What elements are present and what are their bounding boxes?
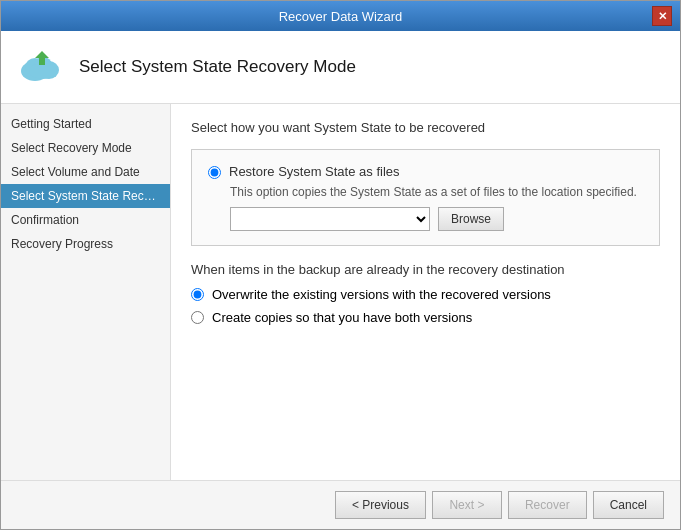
- overwrite-radio[interactable]: [191, 288, 204, 301]
- close-button[interactable]: ✕: [652, 6, 672, 26]
- restore-options-box: Restore System State as files This optio…: [191, 149, 660, 246]
- wizard-window: Recover Data Wizard ✕ Select System Stat…: [0, 0, 681, 530]
- sidebar-item-recovery-progress[interactable]: Recovery Progress: [1, 232, 170, 256]
- sidebar: Getting Started Select Recovery Mode Sel…: [1, 104, 171, 480]
- section-description: Select how you want System State to be r…: [191, 120, 660, 135]
- svg-point-4: [29, 63, 57, 79]
- restore-as-files-radio[interactable]: [208, 166, 221, 179]
- sidebar-item-select-system-state[interactable]: Select System State Reco...: [1, 184, 170, 208]
- conflict-section: When items in the backup are already in …: [191, 262, 660, 325]
- copies-label[interactable]: Create copies so that you have both vers…: [212, 310, 472, 325]
- overwrite-label[interactable]: Overwrite the existing versions with the…: [212, 287, 551, 302]
- sidebar-item-select-recovery-mode[interactable]: Select Recovery Mode: [1, 136, 170, 160]
- browse-row: Browse: [230, 207, 643, 231]
- recover-button[interactable]: Recover: [508, 491, 587, 519]
- location-dropdown[interactable]: [230, 207, 430, 231]
- sidebar-item-confirmation[interactable]: Confirmation: [1, 208, 170, 232]
- titlebar: Recover Data Wizard ✕: [1, 1, 680, 31]
- previous-button[interactable]: < Previous: [335, 491, 426, 519]
- restore-as-files-row: Restore System State as files: [208, 164, 643, 179]
- header-area: Select System State Recovery Mode: [1, 31, 680, 104]
- cancel-button[interactable]: Cancel: [593, 491, 664, 519]
- main-content: Select how you want System State to be r…: [171, 104, 680, 480]
- browse-button[interactable]: Browse: [438, 207, 504, 231]
- content-area: Getting Started Select Recovery Mode Sel…: [1, 104, 680, 480]
- restore-description: This option copies the System State as a…: [230, 185, 643, 199]
- sidebar-item-select-volume-date[interactable]: Select Volume and Date: [1, 160, 170, 184]
- sidebar-item-getting-started[interactable]: Getting Started: [1, 112, 170, 136]
- overwrite-row: Overwrite the existing versions with the…: [191, 287, 660, 302]
- cloud-icon: [17, 43, 65, 91]
- copies-radio[interactable]: [191, 311, 204, 324]
- conflict-label: When items in the backup are already in …: [191, 262, 660, 277]
- restore-as-files-label[interactable]: Restore System State as files: [229, 164, 400, 179]
- window-title: Recover Data Wizard: [29, 9, 652, 24]
- copies-row: Create copies so that you have both vers…: [191, 310, 660, 325]
- page-title: Select System State Recovery Mode: [79, 57, 356, 77]
- footer: < Previous Next > Recover Cancel: [1, 480, 680, 529]
- next-button[interactable]: Next >: [432, 491, 502, 519]
